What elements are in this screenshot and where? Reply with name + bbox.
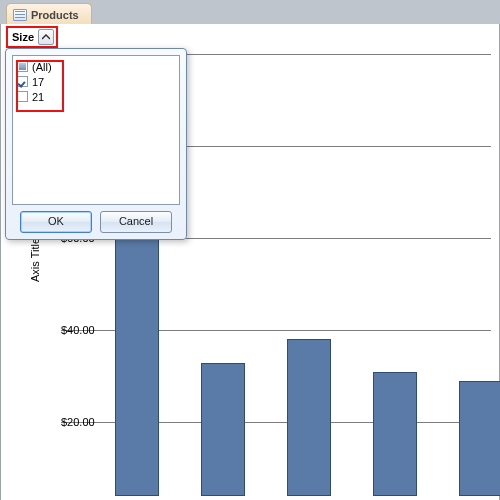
chevron-up-icon [42,34,50,40]
option-label: 17 [32,76,44,88]
checkbox-all[interactable] [17,61,28,72]
filter-option-list: (All) 17 21 [12,55,180,205]
tab-products[interactable]: Products [6,3,92,25]
bar-3[interactable] [287,339,331,496]
filter-label: Size [10,31,36,43]
datasheet-icon [13,9,27,21]
popup-button-row: OK Cancel [6,211,186,233]
y-axis-title: Axis Title [29,238,41,282]
checkbox-21[interactable] [17,91,28,102]
tab-label: Products [31,5,79,25]
option-label: 21 [32,91,44,103]
option-label: (All) [32,61,52,73]
ok-button[interactable]: OK [20,211,92,233]
bar-4[interactable] [373,372,417,496]
filter-option-all[interactable]: (All) [17,59,175,74]
checkbox-17[interactable] [17,76,28,87]
cancel-button[interactable]: Cancel [100,211,172,233]
tab-strip: Products [0,0,500,25]
filter-option-17[interactable]: 17 [17,74,175,89]
bar-2[interactable] [201,363,245,496]
bar-1[interactable] [115,231,159,496]
document-area: Axis Title $60.00 $40.00 $20.00 Size [0,24,500,500]
filter-dropdown-button[interactable] [38,29,54,45]
filter-header-size[interactable]: Size [6,26,58,48]
bar-5[interactable] [459,381,500,496]
filter-option-21[interactable]: 21 [17,89,175,104]
filter-popup: (All) 17 21 OK Cancel [5,48,187,240]
